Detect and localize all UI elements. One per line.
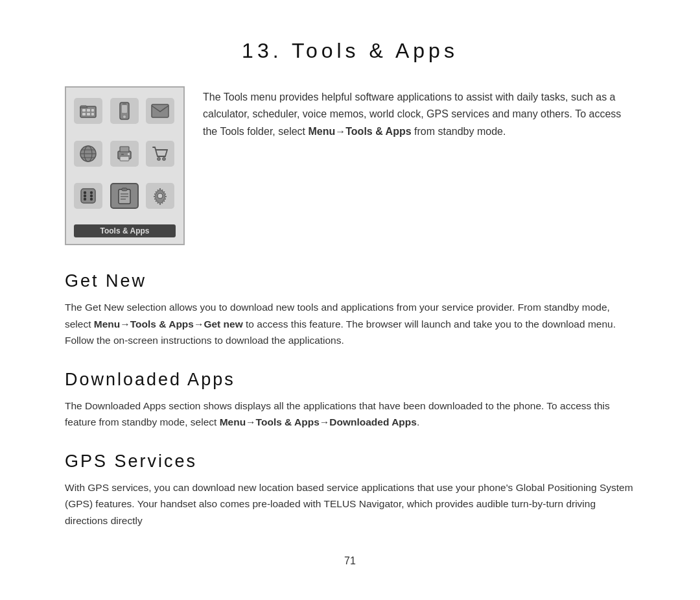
intro-section: Tools & Apps The Tools menu provides hel…	[65, 86, 635, 245]
svg-rect-20	[121, 154, 124, 155]
svg-rect-2	[82, 113, 86, 115]
svg-rect-5	[91, 109, 94, 112]
svg-point-26	[90, 191, 93, 194]
svg-rect-19	[120, 156, 129, 161]
svg-point-25	[84, 191, 86, 194]
icon-cell-phone	[110, 98, 139, 124]
svg-rect-24	[81, 189, 95, 203]
svg-rect-32	[122, 188, 127, 191]
section-title-downloaded-apps: Downloaded Apps	[65, 370, 635, 390]
intro-text-bold: Menu→Tools & Apps	[308, 126, 411, 137]
icon-cell-clipboard	[110, 183, 139, 209]
svg-rect-8	[122, 105, 127, 113]
svg-rect-3	[87, 109, 90, 112]
phone-screenshot: Tools & Apps	[65, 86, 185, 245]
svg-point-28	[90, 198, 93, 200]
svg-rect-11	[152, 104, 169, 117]
intro-text-part2: from standby mode.	[412, 126, 506, 137]
section-title-gps-services: GPS Services	[65, 451, 635, 472]
icon-cell-dice	[74, 183, 102, 209]
icon-cell-printer	[110, 141, 139, 167]
icon-cell-folder	[74, 98, 102, 124]
icon-cell-globe	[74, 141, 102, 167]
icon-cell-mail	[146, 98, 174, 124]
page-number: 71	[65, 555, 635, 567]
section-body-gps-services: With GPS services, you can download new …	[65, 479, 635, 529]
svg-rect-18	[120, 147, 129, 152]
icon-cell-settings	[146, 183, 174, 209]
svg-rect-6	[91, 113, 94, 115]
svg-point-37	[158, 193, 163, 198]
svg-point-29	[84, 195, 86, 197]
phone-screen-label: Tools & Apps	[74, 224, 176, 237]
svg-rect-21	[128, 153, 130, 155]
section-title-get-new: Get New	[65, 271, 635, 291]
section-body-get-new: The Get New selection allows you to down…	[65, 299, 635, 349]
svg-point-22	[158, 157, 160, 160]
svg-point-23	[163, 157, 165, 160]
icon-cell-cart	[146, 141, 174, 167]
svg-rect-0	[80, 106, 96, 117]
svg-rect-10	[122, 104, 126, 105]
svg-rect-1	[82, 109, 86, 112]
intro-text: The Tools menu provides helpful software…	[203, 86, 635, 140]
icon-grid	[74, 98, 176, 219]
page-title: 13. Tools & Apps	[65, 39, 635, 63]
svg-point-27	[84, 198, 86, 200]
section-body-downloaded-apps: The Downloaded Apps section shows displa…	[65, 398, 635, 431]
svg-rect-4	[87, 113, 90, 115]
svg-point-9	[123, 115, 126, 118]
svg-point-30	[90, 195, 93, 197]
